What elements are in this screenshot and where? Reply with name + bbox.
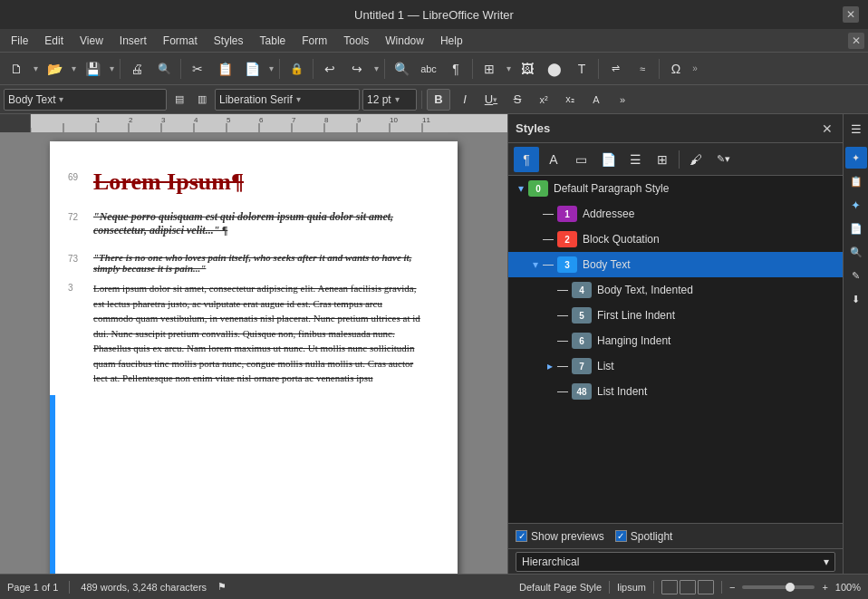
insert-table-arrow[interactable]: ▾ <box>504 56 513 82</box>
document-body[interactable]: Lorem ipsum dolor sit amet, consectetur … <box>93 281 421 386</box>
style-extra-1[interactable]: ▤ <box>169 89 189 111</box>
italic-button[interactable]: I <box>453 89 477 111</box>
paste-button[interactable]: 📄 <box>239 56 265 82</box>
save-arrow[interactable]: ▾ <box>107 56 116 82</box>
style-type-paragraph[interactable]: ¶ <box>514 147 539 172</box>
zoom-thumb[interactable] <box>786 583 795 592</box>
view-double[interactable] <box>680 580 696 594</box>
new-arrow[interactable]: ▾ <box>31 56 40 82</box>
ai-button[interactable]: ✦ <box>845 194 867 216</box>
document-page[interactable]: 69 Lorem Ipsum¶ 72 "Neque porro quisquam… <box>50 141 458 574</box>
properties-button[interactable]: 📋 <box>845 170 867 192</box>
menu-edit[interactable]: Edit <box>37 33 71 49</box>
style-item-list[interactable]: ▸ — 7 List <box>508 353 843 379</box>
style-extra-2[interactable]: ▥ <box>192 89 212 111</box>
page-panel-button[interactable]: 📄 <box>845 217 867 239</box>
window-close-button[interactable]: ✕ <box>843 6 859 23</box>
style-item-list-indent[interactable]: ▸ — 48 List Indent <box>508 379 843 404</box>
copy-button[interactable]: 📋 <box>212 56 237 82</box>
styles-list[interactable]: ▾ 0 Default Paragraph Style ▸ — 1 Addres… <box>508 176 843 523</box>
print-button[interactable]: 🔍 <box>151 56 177 82</box>
new-style-button[interactable]: ✎▾ <box>710 147 736 172</box>
open-arrow[interactable]: ▾ <box>69 56 78 82</box>
underline-button[interactable]: U ▾ <box>479 89 503 111</box>
style-item-hanging-indent[interactable]: ▸ — 6 Hanging Indent <box>508 328 843 353</box>
lock-button[interactable]: 🔒 <box>284 56 309 82</box>
paragraph-marks-button[interactable]: ¶ <box>443 56 468 82</box>
styles-close-button[interactable]: ✕ <box>819 121 835 137</box>
bold-button[interactable]: B <box>427 89 450 111</box>
document-quote[interactable]: "Neque porro quisquam est qui dolorem ip… <box>93 210 421 237</box>
insert-chart-button[interactable]: ⬤ <box>542 56 567 82</box>
menu-form[interactable]: Form <box>294 33 334 49</box>
insert-table-button[interactable]: ⊞ <box>477 56 502 82</box>
style-item-default[interactable]: ▾ 0 Default Paragraph Style <box>508 176 843 201</box>
special-chars-button[interactable]: Ω <box>663 56 689 82</box>
zoom-slider[interactable] <box>742 585 815 589</box>
styles-filter-select[interactable]: Hierarchical ▾ <box>516 552 835 572</box>
redo-arrow[interactable]: ▾ <box>371 56 381 82</box>
menu-styles[interactable]: Styles <box>207 33 251 49</box>
document-heading[interactable]: Lorem Ipsum¶ <box>93 169 244 196</box>
expand-icon-body-text[interactable]: ▾ <box>528 257 543 272</box>
view-book[interactable] <box>698 580 714 594</box>
document-container[interactable]: 69 Lorem Ipsum¶ 72 "Neque porro quisquam… <box>0 132 507 574</box>
menu-bar-close[interactable]: ✕ <box>848 33 864 49</box>
zoom-out-button[interactable]: − <box>729 582 735 593</box>
strikethrough-button[interactable]: S <box>506 89 529 111</box>
style-item-addressee[interactable]: ▸ — 1 Addressee <box>508 201 843 227</box>
new-button[interactable]: 🗋 <box>4 56 29 82</box>
language[interactable]: lipsum <box>617 582 646 593</box>
show-changes-button[interactable]: ≈ <box>630 56 655 82</box>
menu-help[interactable]: Help <box>433 33 470 49</box>
save-button[interactable]: 💾 <box>80 56 105 82</box>
page-style[interactable]: Default Page Style <box>519 582 602 593</box>
menu-window[interactable]: Window <box>378 33 431 49</box>
spotlight-checkbox[interactable]: ✓ <box>615 530 627 542</box>
font-size-select[interactable]: 12 pt ▾ <box>362 89 417 111</box>
spellcheck-button[interactable]: abc <box>416 56 441 82</box>
edit-button[interactable]: ✎ <box>845 265 867 286</box>
more-toolbar[interactable]: » <box>690 56 699 82</box>
fill-format-button[interactable]: 🖌 <box>683 147 709 172</box>
style-type-list[interactable]: ☰ <box>622 147 648 172</box>
menu-format[interactable]: Format <box>156 33 205 49</box>
style-type-character[interactable]: A <box>541 147 566 172</box>
style-type-frame[interactable]: ▭ <box>568 147 593 172</box>
print-preview-button[interactable]: 🖨 <box>124 56 149 82</box>
gallery-button[interactable]: 🔍 <box>845 241 867 263</box>
styles-sidebar-button[interactable]: ✦ <box>845 147 867 169</box>
style-item-first-line-indent[interactable]: ▸ — 5 First Line Indent <box>508 303 843 328</box>
undo-button[interactable]: ↩ <box>317 56 342 82</box>
style-type-page[interactable]: 📄 <box>595 147 621 172</box>
subscript-button[interactable]: x₂ <box>558 89 582 111</box>
zoom-level[interactable]: 100% <box>835 582 861 593</box>
style-type-table[interactable]: ⊞ <box>650 147 675 172</box>
paste-arrow[interactable]: ▾ <box>266 56 275 82</box>
find-button[interactable]: 🔍 <box>389 56 414 82</box>
menu-insert[interactable]: Insert <box>112 33 154 49</box>
show-previews-label[interactable]: ✓ Show previews <box>516 530 604 543</box>
cut-button[interactable]: ✂ <box>185 56 210 82</box>
view-single[interactable] <box>661 580 678 594</box>
insert-image-button[interactable]: 🖼 <box>515 56 540 82</box>
font-select[interactable]: Liberation Serif ▾ <box>215 89 360 111</box>
menu-tools[interactable]: Tools <box>336 33 376 49</box>
sidebar-menu-button[interactable]: ☰ <box>845 118 867 140</box>
redo-button[interactable]: ↪ <box>344 56 370 82</box>
open-button[interactable]: 📂 <box>42 56 67 82</box>
menu-view[interactable]: View <box>72 33 111 49</box>
insert-text-button[interactable]: T <box>569 56 594 82</box>
document-body-start[interactable]: "There is no one who loves pain itself, … <box>93 252 421 274</box>
style-item-body-text-indented[interactable]: ▸ — 4 Body Text, Indented <box>508 277 843 303</box>
export-button[interactable]: ⬇ <box>845 288 867 310</box>
highlight-button[interactable]: A <box>584 89 608 111</box>
paragraph-style-select[interactable]: Body Text ▾ <box>4 89 167 111</box>
spotlight-label[interactable]: ✓ Spotlight <box>615 530 673 543</box>
superscript-button[interactable]: x² <box>532 89 555 111</box>
show-previews-checkbox[interactable]: ✓ <box>516 530 527 542</box>
zoom-in-button[interactable]: + <box>822 582 827 593</box>
menu-file[interactable]: File <box>4 33 35 49</box>
style-item-block-quotation[interactable]: ▸ — 2 Block Quotation <box>508 227 843 252</box>
more-format[interactable]: » <box>611 89 634 111</box>
